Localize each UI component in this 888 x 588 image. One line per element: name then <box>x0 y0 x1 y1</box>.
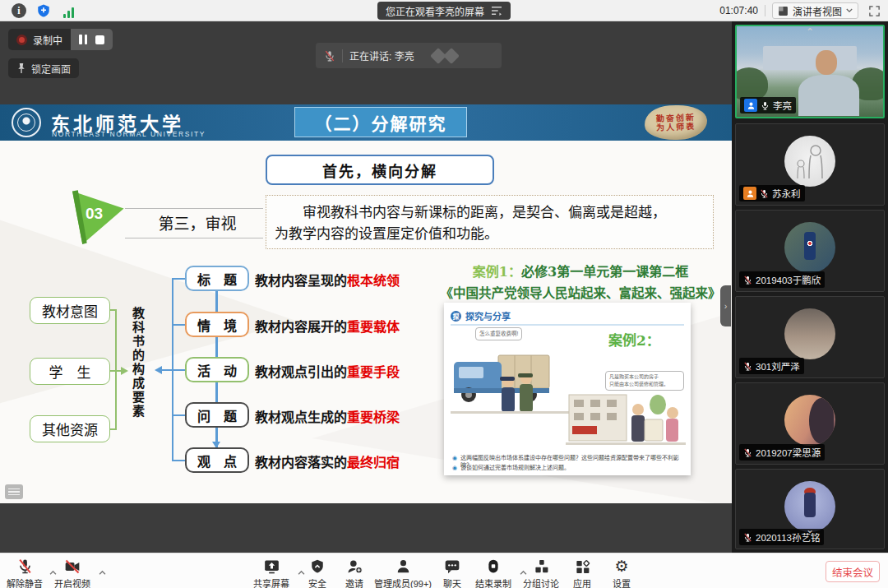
participant-name: 2019403于鹏欣 <box>756 273 821 286</box>
layout-icon <box>778 6 789 16</box>
invite-button[interactable]: 邀请 <box>345 558 363 588</box>
info-icon[interactable]: i <box>12 3 26 18</box>
textbook-figure: 探 探究与分享 案例2： 怎么重复收费啊! <box>444 303 691 475</box>
unmute-button[interactable]: 解除静音 <box>7 558 43 588</box>
divider <box>342 49 343 63</box>
slide-headline: 首先，横向分解 <box>266 155 494 185</box>
chat-button[interactable]: 聊天 <box>443 558 461 588</box>
watching-banner[interactable]: 您正在观看李亮的屏幕 <box>377 2 511 20</box>
connector <box>115 309 117 429</box>
divider <box>125 208 263 209</box>
textbook-header: 探 探究与分享 <box>451 309 511 322</box>
chevron-down-icon[interactable]: ⌄ <box>806 525 814 534</box>
chat-icon <box>444 558 460 575</box>
breakout-rooms-button[interactable]: 分组讨论 <box>523 558 559 588</box>
chevron-up-icon[interactable]: ⌃ <box>806 28 814 36</box>
chevron-up-icon[interactable] <box>298 563 305 578</box>
camera-off-icon <box>63 558 81 575</box>
annotation-tools-icon[interactable] <box>5 484 23 499</box>
connector <box>110 309 117 311</box>
participant-name: 李亮 <box>773 99 792 112</box>
case2-label: 案例2： <box>608 329 660 350</box>
apps-icon <box>575 558 590 575</box>
settings-gear-icon: ⚙ <box>614 558 628 574</box>
element-desc: 教材观点生成的重要桥梁 <box>255 406 400 426</box>
end-meeting-button[interactable]: 结束会议 <box>826 561 880 582</box>
guest-badge-icon <box>743 187 756 200</box>
left-box-intent: 教材意图 <box>30 297 110 324</box>
apps-button[interactable]: 应用 <box>573 558 591 588</box>
participant-nametag: 301刘严泽 <box>739 358 804 374</box>
share-screen-button[interactable]: 共享屏幕 <box>253 558 289 588</box>
stop-record-icon <box>486 558 501 575</box>
mic-muted-icon <box>324 49 335 63</box>
mic-muted-icon <box>743 361 752 372</box>
mic-muted-icon <box>743 447 752 458</box>
lock-view-button[interactable]: 锁定画面 <box>8 58 79 78</box>
meeting-window: i 您正在观看李亮的屏幕 01:07:40 演讲者视图 <box>0 0 888 588</box>
mic-muted-icon <box>743 532 752 543</box>
participant-tile[interactable]: ⌄ 2020113孙艺铭 <box>735 469 885 549</box>
building-scene-illustration <box>566 391 686 451</box>
element-box-activity: 活 动 <box>185 357 249 382</box>
divider <box>125 238 263 238</box>
breakout-icon <box>534 558 549 575</box>
slide: 东北师范大学 NORTHEAST NORMAL UNIVERSITY （二）分解… <box>0 104 732 503</box>
arrow-left-icon <box>155 366 162 374</box>
element-desc: 教材内容展开的重要载体 <box>255 316 400 336</box>
section-caption: 第三，审视 <box>132 211 263 234</box>
watching-banner-label: 您正在观看李亮的屏幕 <box>386 4 484 18</box>
screen-share-stage: 录制中 锁定画面 正在讲话: 李亮 东北师范大学 NORTHEAST N <box>0 21 732 553</box>
participant-nametag: 李亮 <box>740 97 796 113</box>
pause-recording-button[interactable] <box>79 35 87 44</box>
record-dot-icon <box>16 35 27 45</box>
case1-text: 案例1：必修3第一单元第一课第二框 《中国共产党领导人民站起来、富起来、强起来》 <box>434 261 727 301</box>
left-box-resources: 其他资源 <box>30 415 110 442</box>
chevron-up-icon[interactable] <box>99 563 106 578</box>
motto-stone: 勤奋创新 为人师表 <box>644 104 707 141</box>
participant-tile[interactable]: 2019403于鹏欣 <box>735 210 885 292</box>
speaking-label: 正在讲话: 李亮 <box>349 49 414 63</box>
meeting-timer: 01:07:40 <box>719 5 758 16</box>
element-desc: 教材观点引出的重要手段 <box>255 361 400 381</box>
participant-tile-liliang[interactable]: ⌃ 李亮 <box>735 25 885 118</box>
share-screen-icon <box>263 558 280 575</box>
recording-pill: 录制中 <box>8 29 113 50</box>
signal-icon[interactable] <box>61 3 76 18</box>
lock-view-label: 锁定画面 <box>31 62 71 76</box>
participant-tile[interactable]: 301刘严泽 <box>735 296 885 378</box>
start-video-button[interactable]: 开启视频 <box>54 558 90 588</box>
avatar <box>784 395 835 446</box>
stop-recording-button[interactable] <box>95 35 104 44</box>
vertical-label: 教科书的构成要素 <box>128 307 146 438</box>
invite-icon <box>346 558 363 575</box>
arrow-right-icon <box>121 367 128 375</box>
fullscreen-icon[interactable] <box>865 2 883 19</box>
recording-label: 录制中 <box>33 33 62 47</box>
participant-nametag: 苏永利 <box>739 185 805 201</box>
participant-tile[interactable]: 2019207梁思源 <box>735 382 885 465</box>
participant-nametag: 2019403于鹏欣 <box>739 271 825 288</box>
connector <box>161 369 173 371</box>
section-number-badge: 03 <box>72 187 128 244</box>
connector <box>172 369 185 371</box>
participants-sidebar: ⌃ 李亮 苏永利 <box>732 21 888 553</box>
university-name-en: NORTHEAST NORMAL UNIVERSITY <box>52 130 206 138</box>
participant-tile[interactable]: 苏永利 <box>735 123 885 206</box>
element-box-context: 情 境 <box>185 312 249 337</box>
security-shield-icon <box>310 558 325 575</box>
connector <box>172 414 185 416</box>
mic-muted-icon <box>760 188 769 199</box>
security-button[interactable]: 安全 <box>308 558 326 588</box>
manage-members-button[interactable]: 管理成员(99+) <box>374 558 432 588</box>
shield-icon[interactable] <box>36 3 51 18</box>
element-desc: 教材内容呈现的根本统领 <box>255 270 400 289</box>
menu-icon <box>491 6 502 16</box>
stop-record-button[interactable]: 结束录制 <box>475 558 511 588</box>
members-icon <box>395 558 411 575</box>
avatar <box>784 308 835 359</box>
settings-button[interactable]: ⚙ 设置 <box>613 558 631 588</box>
textbook-question-2: ◉谈谈如何通过完善市场规则解决上述问题。 <box>452 464 684 471</box>
view-mode-button[interactable]: 演讲者视图 <box>772 2 858 19</box>
participant-name: 301刘严泽 <box>756 359 800 373</box>
